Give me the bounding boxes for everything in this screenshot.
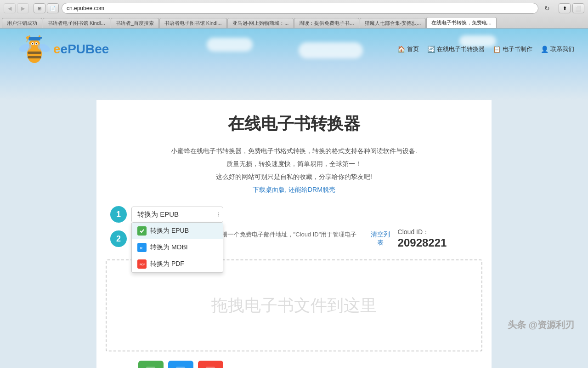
supported-formats-area: SupportedFormats： ePub ePub K Kindle <box>96 356 492 368</box>
kindle-badge-icon: K <box>174 366 187 368</box>
logo-text: eePUBee <box>53 42 109 57</box>
svg-point-6 <box>32 43 34 45</box>
home-icon: 🏠 <box>397 46 405 53</box>
share-button[interactable]: ⬆ <box>559 3 571 13</box>
nav-home[interactable]: 🏠 首页 <box>397 45 419 53</box>
tab-2[interactable]: 书语者_百度搜索 <box>111 18 159 28</box>
svg-text:K: K <box>140 246 143 250</box>
sky-area: eePUBee 🏠 首页 🔄 在线电子书转换器 📋 电子书制作 👤 <box>0 29 588 100</box>
drop-zone-text: 拖拽电子书文件到这里 <box>211 294 377 317</box>
svg-rect-1 <box>28 52 41 54</box>
forward-button[interactable]: ▶ <box>17 3 29 13</box>
pdf-badge-icon: PDF <box>204 366 217 368</box>
site-nav: eePUBee 🏠 首页 🔄 在线电子书转换器 📋 电子书制作 👤 <box>0 29 588 70</box>
step-1-row: 1 转换为 EPUB ⁝ 转换为 EPUB <box>110 206 478 223</box>
browser-actions: ⬆ ⬜ <box>559 3 584 13</box>
dropdown-mobi-label: 转换为 MOBI <box>150 243 188 252</box>
pdf-format-badge: PDF PDF <box>198 361 223 368</box>
svg-rect-15 <box>27 37 42 39</box>
contact-icon: 👤 <box>541 46 548 53</box>
cloud-id-display: Cloud ID： 20928221 <box>398 228 478 249</box>
svg-rect-2 <box>28 56 41 58</box>
tab-6[interactable]: 猎魔人七部合集-安德烈... <box>360 18 426 28</box>
converter-icon: 🔄 <box>427 46 435 53</box>
page-content: eePUBee 🏠 首页 🔄 在线电子书转换器 📋 电子书制作 👤 <box>0 29 588 368</box>
desc-line1: 小蜜蜂在线电子书转换器，免费电子书格式转换，转换的格式支持各种阅读软件与设备. <box>96 144 492 157</box>
new-tab-button[interactable]: ⊞ <box>34 3 45 13</box>
dropdown-mobi[interactable]: K 转换为 MOBI <box>132 239 223 256</box>
page-title: 在线电子书转换器 <box>96 100 492 144</box>
drop-zone[interactable]: 拖拽电子书文件到这里 <box>106 259 482 351</box>
browser-chrome: ◀ ▶ ⊞ 📄 cn.epubee.com ↻ ⬆ ⬜ 用户注销成功 书语者电子… <box>0 0 588 29</box>
step-1-number: 1 <box>110 206 127 223</box>
tab-5[interactable]: 周读：提供免费电子书... <box>294 18 359 28</box>
nav-converter[interactable]: 🔄 在线电子书转换器 <box>427 45 485 53</box>
nav-contact[interactable]: 👤 联系我们 <box>541 45 574 53</box>
cloud-id-label: Cloud ID： <box>398 228 429 236</box>
reader-button[interactable]: 📄 <box>47 3 59 13</box>
svg-line-17 <box>27 39 28 42</box>
logo-area: eePUBee <box>14 33 109 65</box>
tab-4[interactable]: 亚马逊-网上购物商城：... <box>227 18 294 28</box>
tab-0[interactable]: 用户注销成功 <box>2 18 42 28</box>
back-button[interactable]: ◀ <box>4 3 16 13</box>
svg-point-18 <box>139 228 145 234</box>
converter-description: 小蜜蜂在线电子书转换器，免费电子书格式转换，转换的格式支持各种阅读软件与设备. … <box>96 144 492 201</box>
step-2-number: 2 <box>110 230 127 247</box>
kindle-format-badge: K Kindle <box>168 361 193 368</box>
window-controls: ⊞ 📄 <box>34 3 59 13</box>
download-link[interactable]: 下载桌面版, 还能给DRM脱壳 <box>253 186 335 193</box>
svg-point-7 <box>36 43 37 45</box>
format-select-display[interactable]: 转换为 EPUB <box>131 207 223 223</box>
epub-badge-icon: ePub <box>144 366 157 368</box>
dropdown-epub-label: 转换为 EPUB <box>150 227 189 235</box>
tab-3[interactable]: 书语者电子图书馆 Kindl... <box>159 18 227 28</box>
address-text: cn.epubee.com <box>67 5 104 12</box>
tab-1[interactable]: 书语者电子图书馆 Kindl... <box>43 18 110 28</box>
ebook-icon: 📋 <box>493 46 501 53</box>
dropdown-pdf[interactable]: PDF 转换为 PDF <box>132 256 223 272</box>
browser-tabs: 用户注销成功 书语者电子图书馆 Kindl... 书语者_百度搜索 书语者电子图… <box>0 17 588 28</box>
svg-point-16 <box>26 36 29 39</box>
logo-bee-svg <box>14 33 51 65</box>
mobi-format-icon: K <box>137 243 147 252</box>
main-content-area: 在线电子书转换器 小蜜蜂在线电子书转换器，免费电子书格式转换，转换的格式支持各种… <box>96 100 492 368</box>
page-watermark: 头条 @资源利刃 <box>508 319 574 331</box>
dropdown-pdf-label: 转换为 PDF <box>150 260 184 268</box>
address-bar[interactable]: cn.epubee.com <box>62 3 538 14</box>
epub-format-icon <box>137 226 147 236</box>
browser-toolbar: ◀ ▶ ⊞ 📄 cn.epubee.com ↻ ⬆ ⬜ <box>0 0 588 17</box>
cloud-id-value: 20928221 <box>398 236 447 249</box>
clear-list-button[interactable]: 清空列表 <box>368 230 393 247</box>
format-dropdown-menu: 转换为 EPUB K 转换为 MOBI PDF 转换为 <box>131 223 223 273</box>
nav-buttons: ◀ ▶ <box>4 3 29 13</box>
reload-button[interactable]: ↻ <box>541 3 553 13</box>
desc-line2: 质量无损，转换速度快，简单易用，全球第一！ <box>96 157 492 170</box>
maximize-button[interactable]: ⬜ <box>572 3 584 13</box>
epub-format-badge: ePub ePub <box>138 361 164 368</box>
svg-text:PDF: PDF <box>140 263 145 266</box>
tab-7[interactable]: 在线电子书转换，免费电... <box>426 17 496 28</box>
top-nav: 🏠 首页 🔄 在线电子书转换器 📋 电子书制作 👤 联系我们 <box>397 45 574 53</box>
desc-line3: 这么好的网站可别只是自私的收藏，分享给你的挚友吧! <box>96 170 492 183</box>
format-select-wrapper: 转换为 EPUB ⁝ 转换为 EPUB <box>131 207 223 223</box>
dropdown-epub[interactable]: 转换为 EPUB <box>132 223 223 239</box>
pdf-format-icon: PDF <box>137 259 147 269</box>
nav-ebook-make[interactable]: 📋 电子书制作 <box>493 45 532 53</box>
steps-area: 1 转换为 EPUB ⁝ 转换为 EPUB <box>96 201 492 259</box>
